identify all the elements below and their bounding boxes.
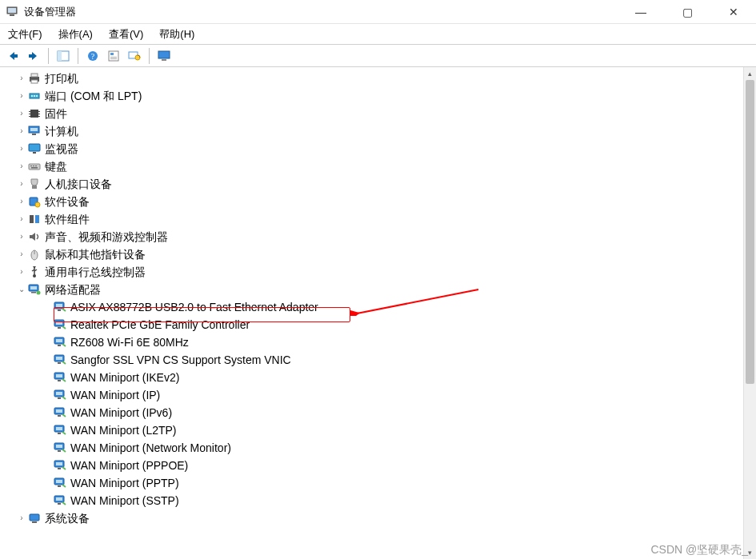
window-title: 设备管理器 — [24, 5, 76, 19]
expander-closed-icon[interactable]: › — [16, 210, 27, 228]
hid-icon — [27, 178, 42, 190]
expander-closed-icon[interactable]: › — [16, 246, 27, 263]
toolbar-scan[interactable] — [125, 47, 144, 65]
tree-category-label: 网络适配器 — [45, 281, 101, 298]
tree-device[interactable]: Sangfor SSL VPN CS Support System VNIC — [0, 351, 756, 369]
tree-category-label: 人机接口设备 — [45, 175, 112, 193]
tree-device-label: WAN Miniport (IP) — [70, 386, 160, 404]
minimize-button[interactable]: — — [625, 1, 657, 23]
tree-category[interactable]: ›通用串行总线控制器 — [0, 263, 756, 281]
scrollbar-up[interactable]: ▴ — [744, 67, 756, 80]
toolbar-forward[interactable] — [24, 47, 43, 65]
tree-category[interactable]: ›人机接口设备 — [0, 175, 756, 193]
tree-category[interactable]: ›键盘 — [0, 158, 756, 175]
toolbar-separator — [78, 48, 78, 64]
tree-category[interactable]: ›鼠标和其他指针设备 — [0, 246, 756, 263]
expander-closed-icon[interactable]: › — [16, 105, 27, 122]
network-adapter-icon — [53, 406, 67, 419]
tree-device-label: WAN Miniport (IPv6) — [70, 404, 172, 421]
expander-closed-icon[interactable]: › — [16, 122, 27, 140]
tree-device-label: WAN Miniport (Network Monitor) — [70, 439, 231, 457]
expander-closed-icon[interactable]: › — [16, 70, 27, 87]
tree-category[interactable]: ›监视器 — [0, 140, 756, 158]
tree-category[interactable]: ›软件组件 — [0, 210, 756, 228]
firmware-icon — [27, 107, 42, 120]
expander-closed-icon[interactable]: › — [16, 140, 27, 158]
menubar: 文件(F) 操作(A) 查看(V) 帮助(H) — [0, 24, 756, 45]
monitor-icon — [27, 142, 42, 155]
tree-device-label: WAN Miniport (IKEv2) — [70, 369, 179, 386]
network-adapter-icon — [53, 389, 67, 401]
tree-category-label: 系统设备 — [45, 509, 90, 527]
tree-device-label: WAN Miniport (PPPOE) — [70, 457, 188, 474]
network-adapter-icon — [53, 318, 67, 331]
tree-category-label: 键盘 — [45, 158, 67, 175]
tree-category[interactable]: ›固件 — [0, 105, 756, 122]
toolbar-help[interactable] — [83, 47, 102, 65]
mouse-icon — [27, 248, 42, 261]
tree-device[interactable]: WAN Miniport (PPTP) — [0, 474, 756, 492]
tree-category-label: 监视器 — [45, 140, 78, 158]
tree-device-label: WAN Miniport (PPTP) — [70, 474, 179, 492]
menu-view[interactable]: 查看(V) — [102, 25, 150, 44]
toolbar-back[interactable] — [3, 47, 22, 65]
menu-help[interactable]: 帮助(H) — [153, 25, 201, 44]
tree-device[interactable]: WAN Miniport (IP) — [0, 386, 756, 404]
toolbar-separator — [48, 48, 49, 64]
tree-device-label: WAN Miniport (SSTP) — [70, 492, 179, 509]
printer-icon — [27, 72, 42, 85]
expander-closed-icon[interactable]: › — [16, 158, 27, 175]
toolbar-properties[interactable] — [104, 47, 123, 65]
expander-closed-icon[interactable]: › — [16, 193, 27, 210]
network-adapter-icon — [53, 371, 67, 384]
expander-closed-icon[interactable]: › — [16, 509, 27, 527]
close-button[interactable]: ✕ — [718, 1, 750, 23]
tree-category[interactable]: ›端口 (COM 和 LPT) — [0, 87, 756, 105]
menu-action[interactable]: 操作(A) — [52, 25, 99, 44]
scrollbar-thumb[interactable] — [746, 80, 754, 384]
menu-file[interactable]: 文件(F) — [2, 25, 49, 44]
tree-device-label: WAN Miniport (L2TP) — [70, 421, 177, 439]
expander-closed-icon[interactable]: › — [16, 263, 27, 281]
maximize-button[interactable]: ▢ — [671, 1, 703, 23]
tree-device[interactable]: WAN Miniport (Network Monitor) — [0, 439, 756, 457]
tree-device[interactable]: WAN Miniport (PPPOE) — [0, 457, 756, 474]
tree-category-label: 软件组件 — [45, 210, 90, 228]
network-adapter-icon — [53, 353, 67, 366]
sound-icon — [27, 230, 42, 243]
toolbar — [0, 45, 756, 67]
software-device-icon — [27, 195, 42, 208]
network-adapter-icon — [53, 301, 67, 313]
expander-closed-icon[interactable]: › — [16, 175, 27, 193]
tree-view[interactable]: ›打印机›端口 (COM 和 LPT)›固件›计算机›监视器›键盘›人机接口设备… — [0, 67, 756, 559]
tree-category[interactable]: ›系统设备 — [0, 509, 756, 527]
tree-category-label: 打印机 — [45, 70, 78, 87]
expander-closed-icon[interactable]: › — [16, 87, 27, 105]
tree-category-label: 端口 (COM 和 LPT) — [45, 87, 142, 105]
tree-device[interactable]: WAN Miniport (IPv6) — [0, 404, 756, 421]
tree-device[interactable]: ASIX AX88772B USB2.0 to Fast Ethernet Ad… — [0, 298, 756, 316]
tree-device[interactable]: Realtek PCIe GbE Family Controller — [0, 316, 756, 333]
vertical-scrollbar[interactable]: ▴ ▾ — [743, 67, 756, 559]
network-icon — [27, 283, 42, 296]
tree-category-label: 声音、视频和游戏控制器 — [45, 228, 168, 246]
tree-category-label: 软件设备 — [45, 193, 90, 210]
tree-category[interactable]: ›打印机 — [0, 70, 756, 87]
window-controls: — ▢ ✕ — [625, 1, 750, 23]
tree-category[interactable]: ›声音、视频和游戏控制器 — [0, 228, 756, 246]
tree-category[interactable]: ›计算机 — [0, 122, 756, 140]
toolbar-panel[interactable] — [54, 47, 73, 65]
tree-device[interactable]: RZ608 Wi-Fi 6E 80MHz — [0, 333, 756, 351]
app-icon — [6, 6, 19, 18]
tree-device[interactable]: WAN Miniport (SSTP) — [0, 492, 756, 509]
expander-open-icon[interactable]: ⌄ — [16, 281, 27, 298]
toolbar-display[interactable] — [154, 47, 174, 65]
tree-device[interactable]: WAN Miniport (IKEv2) — [0, 369, 756, 386]
expander-closed-icon[interactable]: › — [16, 228, 27, 246]
tree-device[interactable]: WAN Miniport (L2TP) — [0, 421, 756, 439]
tree-device-label: Realtek PCIe GbE Family Controller — [70, 316, 250, 333]
tree-category[interactable]: ›软件设备 — [0, 193, 756, 210]
tree-category[interactable]: ⌄网络适配器 — [0, 281, 756, 298]
tree-category-label: 通用串行总线控制器 — [45, 263, 146, 281]
network-adapter-icon — [53, 336, 67, 349]
